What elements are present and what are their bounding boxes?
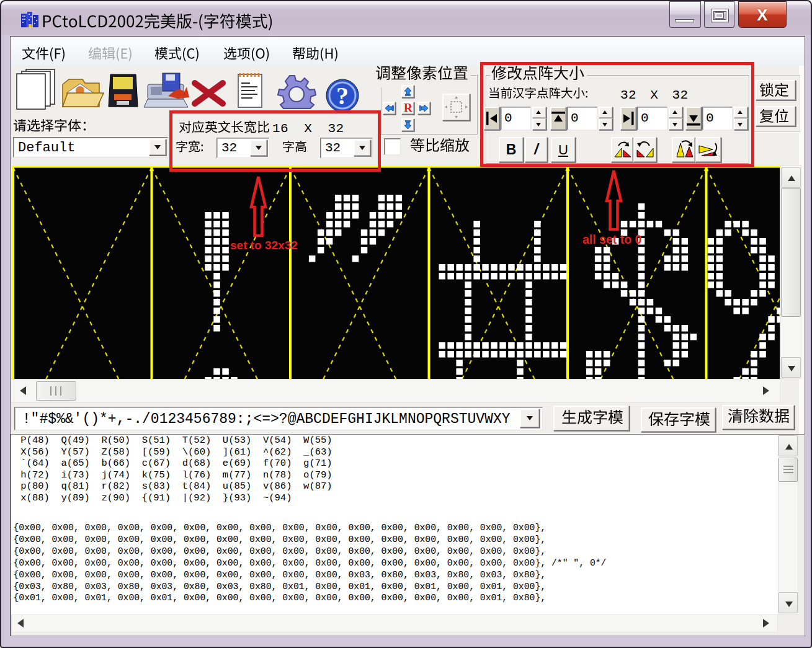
svg-text:?: ? [336,82,349,110]
